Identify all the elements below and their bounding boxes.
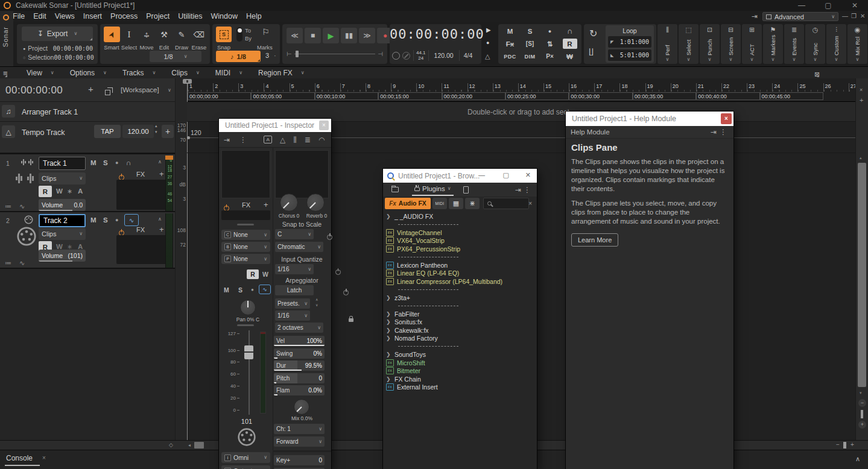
reverb-knob[interactable] bbox=[306, 194, 325, 212]
close-icon[interactable]: ✕ bbox=[525, 171, 531, 179]
browser-titlebar[interactable]: Untitled Project1 - Brow... — ▢ ✕ bbox=[383, 169, 537, 183]
controlbar-module[interactable]: ⚑ Markers ∨ bbox=[763, 24, 783, 64]
tap-tempo-button[interactable]: TAP bbox=[94, 125, 121, 138]
menu-item[interactable]: Insert bbox=[79, 11, 106, 22]
star-button[interactable]: ∗ bbox=[67, 187, 72, 195]
ruler-measure[interactable]: 17 bbox=[594, 83, 619, 92]
mute-button[interactable]: M bbox=[90, 216, 97, 224]
page-icon[interactable] bbox=[463, 186, 469, 194]
arp-param-row[interactable]: Vel 100% bbox=[274, 336, 325, 346]
channel-dropdown[interactable]: Ch: 1∨ bbox=[274, 424, 325, 434]
track1-strip[interactable]: 1 Track 1 M S ● ∩ ∧ Clips ∨ R W ∗ A Volu… bbox=[0, 153, 175, 211]
meter-field[interactable]: 4/4 bbox=[459, 50, 477, 61]
vzoom-in-icon[interactable]: + bbox=[858, 421, 866, 429]
kebab-menu-icon[interactable]: ⋮ bbox=[720, 128, 727, 136]
maximize-icon[interactable]: ▢ bbox=[503, 171, 509, 179]
transport-button[interactable]: ≫ bbox=[359, 28, 375, 43]
quantize-dropdown[interactable]: 1/16∨ bbox=[275, 264, 314, 274]
time-display[interactable]: 00:00:00:00 bbox=[390, 27, 481, 42]
ruler-measure[interactable]: 3 bbox=[238, 83, 264, 92]
menu-item[interactable]: Process bbox=[106, 11, 142, 22]
ruler-measure[interactable]: 1 bbox=[188, 83, 213, 92]
tempo-spinner[interactable]: ▴▾ bbox=[155, 124, 157, 134]
playhead-handle[interactable] bbox=[183, 79, 192, 84]
dock-icon[interactable]: ⇥ bbox=[515, 186, 521, 194]
mix-toggle[interactable]: PDC bbox=[504, 54, 516, 60]
read-automation-button[interactable]: R bbox=[247, 269, 259, 279]
volume-fader-thumb[interactable] bbox=[244, 345, 253, 359]
mix-toggle[interactable]: DIM bbox=[525, 54, 536, 60]
input-echo-button[interactable]: ∿ bbox=[124, 214, 139, 226]
scrub-thumb[interactable] bbox=[296, 51, 299, 57]
scroll-down-icon[interactable]: ▾ bbox=[860, 391, 862, 395]
transport-button[interactable]: ≪ bbox=[287, 28, 303, 43]
key-offset-field[interactable]: Key+ 0 bbox=[274, 455, 325, 465]
help-titlebar[interactable]: Untitled Project1 - Help Module × bbox=[566, 112, 733, 126]
tempo-field[interactable]: 120.00 bbox=[428, 50, 459, 61]
snap-division[interactable]: 3 bbox=[265, 52, 269, 59]
track-name-box[interactable]: Track 1 bbox=[39, 157, 86, 170]
plugin-row[interactable]: ❯ z3ta+ bbox=[383, 294, 537, 302]
clips-dropdown[interactable]: Clips ∨ bbox=[39, 228, 86, 240]
plugin-row[interactable]: ❯ Linear Compressor (LP64_Multiband) bbox=[383, 277, 537, 286]
kebab-menu-icon[interactable]: ⋮ bbox=[524, 186, 531, 194]
snap-resolution-dropdown[interactable]: ♪ 1/8 bbox=[216, 51, 261, 62]
minimize-button[interactable]: — bbox=[791, 0, 812, 11]
ruler-timecode[interactable]: 00:00;35:00 bbox=[633, 92, 696, 100]
ruler-measure[interactable]: 6 bbox=[315, 83, 340, 92]
ruler-measure[interactable]: 24 bbox=[772, 83, 797, 92]
presets-dropdown[interactable]: Presets.∨ bbox=[275, 298, 310, 309]
collapse-chevron-icon[interactable]: ∧ bbox=[158, 216, 162, 222]
snap-button[interactable]: S bbox=[216, 27, 232, 42]
drag-handle[interactable] bbox=[237, 224, 254, 225]
input-monitor-icon[interactable]: ∩ bbox=[126, 159, 131, 167]
mute-button[interactable]: M bbox=[224, 286, 229, 294]
loop-icon[interactable]: ↻ bbox=[589, 28, 597, 39]
plugin-row[interactable]: ❯ MicroShift bbox=[383, 359, 537, 367]
fx-bin[interactable] bbox=[116, 180, 168, 210]
controlbar-module[interactable]: ≣ Events ∨ bbox=[784, 24, 804, 64]
octave-range-dropdown[interactable]: 2 octaves∨ bbox=[275, 323, 323, 333]
ruler-timecode[interactable]: 00:00;05:00 bbox=[251, 92, 314, 100]
ruler-measure[interactable]: 18 bbox=[619, 83, 645, 92]
plugin-row[interactable]: ❯ FX Chain bbox=[383, 375, 537, 383]
volume-slider[interactable]: Volume (101) bbox=[39, 250, 86, 262]
plugin-row[interactable]: ❯ Nomad Factory bbox=[383, 335, 537, 343]
ruler-measure[interactable]: 12 bbox=[467, 83, 493, 92]
midi-filter-button[interactable]: MIDI bbox=[432, 198, 447, 209]
bank-dropdown[interactable]: C None ∨ bbox=[221, 230, 270, 240]
trackview-menu[interactable]: Tracks ∨ bbox=[122, 69, 156, 77]
zoom-slider-thumb[interactable] bbox=[843, 442, 846, 449]
ruler-measure[interactable]: 8 bbox=[366, 83, 391, 92]
arp-param-row[interactable]: Flam 0.0% bbox=[274, 385, 325, 395]
dock-icon[interactable]: ⇥ bbox=[224, 136, 230, 144]
trackview-menu[interactable]: Region FX ∨ bbox=[258, 69, 305, 77]
ruler-measure[interactable]: 23 bbox=[747, 83, 772, 92]
ruler-measure[interactable]: 27 bbox=[849, 83, 855, 92]
mix-toggle[interactable]: ₩ bbox=[566, 53, 573, 60]
add-fx-button[interactable]: + bbox=[159, 169, 164, 178]
bank-dropdown[interactable]: B None ∨ bbox=[221, 242, 270, 252]
vzoom-slider-thumb[interactable] bbox=[861, 410, 863, 418]
plugin-row[interactable]: ❯ Cakewalk:fx bbox=[383, 326, 537, 335]
list-inspector-icon[interactable]: ≣ bbox=[305, 136, 311, 144]
arm-record-button[interactable]: ● bbox=[115, 160, 118, 166]
plugin-row[interactable]: ❯ bbox=[383, 302, 537, 310]
mix-toggle[interactable]: Fx bbox=[506, 40, 514, 48]
ruler-timecode[interactable]: 00:00;10:00 bbox=[315, 92, 378, 100]
marks-icon[interactable]: ⚐ bbox=[262, 27, 270, 37]
maximize-button[interactable]: ▢ bbox=[818, 0, 838, 11]
workspace-selector[interactable]: Advanced ∨ bbox=[762, 12, 838, 21]
controlbar-module[interactable]: ◉ Mix Rcl ∨ bbox=[847, 24, 867, 64]
controlbar-module[interactable]: ⫼ Perf ∨ bbox=[657, 24, 677, 64]
tempo-inspector-icon[interactable]: △ bbox=[280, 136, 285, 144]
kebab-menu-icon[interactable]: ⋮ bbox=[239, 136, 247, 144]
plugin-row[interactable]: ❯ VX64_VocalStrip bbox=[383, 237, 537, 245]
mix-toggle[interactable]: ⇅ bbox=[547, 40, 553, 48]
solo-button[interactable]: S bbox=[103, 159, 108, 166]
envelope-icon[interactable]: ∿ bbox=[19, 203, 25, 210]
ruler-measure[interactable]: 26 bbox=[823, 83, 849, 92]
transport-button[interactable]: ▮▮ bbox=[341, 28, 357, 43]
scroll-left-icon[interactable]: ◂ bbox=[188, 442, 191, 448]
collapse-chevron-icon[interactable]: ∧ bbox=[158, 159, 162, 165]
